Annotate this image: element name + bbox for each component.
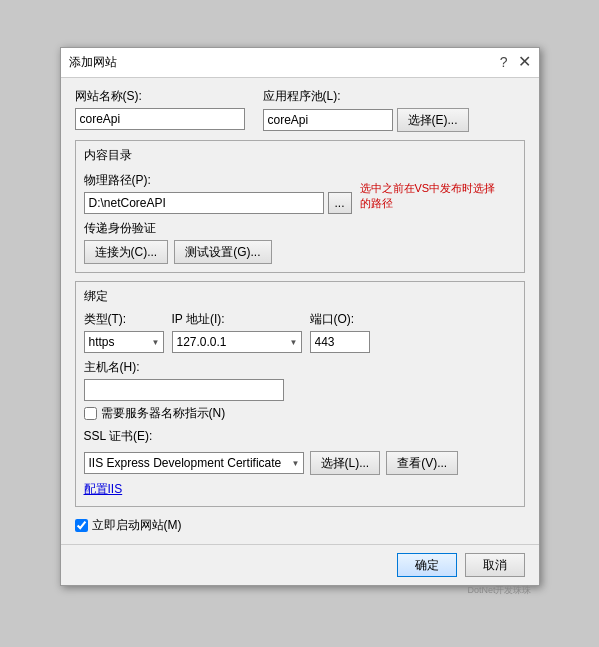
watermark: DotNet开发珠珠 <box>56 584 536 597</box>
type-group: 类型(T): https http <box>84 311 164 353</box>
title-bar-controls: ? ✕ <box>500 54 531 70</box>
help-icon[interactable]: ? <box>500 54 508 70</box>
app-pool-label: 应用程序池(L): <box>263 88 469 105</box>
ip-select[interactable]: 127.0.0.1 * <box>172 331 302 353</box>
dialog-title: 添加网站 <box>69 54 117 71</box>
ssl-cert-wrapper: IIS Express Development Certificate <box>84 452 304 474</box>
path-note: 选中之前在VS中发布时选择 的路径 <box>360 181 496 212</box>
ip-select-wrapper: 127.0.0.1 * <box>172 331 302 353</box>
title-bar: 添加网站 ? ✕ <box>61 48 539 78</box>
sni-label: 需要服务器名称指示(N) <box>101 405 226 422</box>
dialog-body: 网站名称(S): 应用程序池(L): 选择(E)... 内容目录 <box>61 78 539 544</box>
hostname-row: 主机名(H): <box>84 359 516 401</box>
test-settings-button[interactable]: 测试设置(G)... <box>174 240 271 264</box>
physical-path-group: 物理路径(P): ... <box>84 172 352 214</box>
app-pool-row: 选择(E)... <box>263 108 469 132</box>
connect-as-button[interactable]: 连接为(C)... <box>84 240 169 264</box>
physical-path-input[interactable] <box>84 192 324 214</box>
path-row: ... <box>84 192 352 214</box>
type-label: 类型(T): <box>84 311 164 328</box>
site-name-group: 网站名称(S): <box>75 88 245 130</box>
site-name-label: 网站名称(S): <box>75 88 245 105</box>
ssl-section: SSL 证书(E): IIS Express Development Certi… <box>84 428 516 498</box>
binding-section: 绑定 类型(T): https http IP <box>75 281 525 507</box>
binding-row: 类型(T): https http IP 地址(I): <box>84 311 516 353</box>
dialog-footer: 确定 取消 <box>61 544 539 585</box>
config-iis-link[interactable]: 配置IIS <box>84 481 516 498</box>
browse-button[interactable]: ... <box>328 192 352 214</box>
pass-auth-btns: 连接为(C)... 测试设置(G)... <box>84 240 516 264</box>
select-cert-button[interactable]: 选择(L)... <box>310 451 381 475</box>
sni-row: 需要服务器名称指示(N) <box>84 405 516 422</box>
pass-auth-group: 传递身份验证 连接为(C)... 测试设置(G)... <box>84 220 516 264</box>
pass-auth-label: 传递身份验证 <box>84 220 516 237</box>
view-cert-button[interactable]: 查看(V)... <box>386 451 458 475</box>
ip-group: IP 地址(I): 127.0.0.1 * <box>172 311 302 353</box>
cancel-button[interactable]: 取消 <box>465 553 525 577</box>
sni-checkbox[interactable] <box>84 407 97 420</box>
site-name-input[interactable] <box>75 108 245 130</box>
app-pool-group: 应用程序池(L): 选择(E)... <box>263 88 469 132</box>
type-select[interactable]: https http <box>84 331 164 353</box>
start-site-label: 立即启动网站(M) <box>92 517 182 534</box>
physical-path-label: 物理路径(P): <box>84 172 352 189</box>
site-name-apppool-row: 网站名称(S): 应用程序池(L): 选择(E)... <box>75 88 525 132</box>
port-group: 端口(O): <box>310 311 370 353</box>
type-select-wrapper: https http <box>84 331 164 353</box>
close-icon[interactable]: ✕ <box>518 54 531 70</box>
start-site-checkbox[interactable] <box>75 519 88 532</box>
app-pool-input[interactable] <box>263 109 393 131</box>
content-dir-section: 内容目录 物理路径(P): ... 选中之前在VS中发布时选择 的路径 传递身份… <box>75 140 525 273</box>
binding-label: 绑定 <box>84 288 516 305</box>
start-site-row: 立即启动网站(M) <box>75 517 525 534</box>
ip-label: IP 地址(I): <box>172 311 302 328</box>
content-dir-label: 内容目录 <box>84 147 516 164</box>
hostname-label: 主机名(H): <box>84 359 516 376</box>
select-app-pool-button[interactable]: 选择(E)... <box>397 108 469 132</box>
ok-button[interactable]: 确定 <box>397 553 457 577</box>
ssl-label: SSL 证书(E): <box>84 428 516 445</box>
add-website-dialog: 添加网站 ? ✕ 网站名称(S): 应用程序池(L): 选择(E)... <box>60 47 540 586</box>
ssl-cert-select[interactable]: IIS Express Development Certificate <box>84 452 304 474</box>
hostname-input[interactable] <box>84 379 284 401</box>
port-input[interactable] <box>310 331 370 353</box>
ssl-row: IIS Express Development Certificate 选择(L… <box>84 451 516 475</box>
port-label: 端口(O): <box>310 311 370 328</box>
